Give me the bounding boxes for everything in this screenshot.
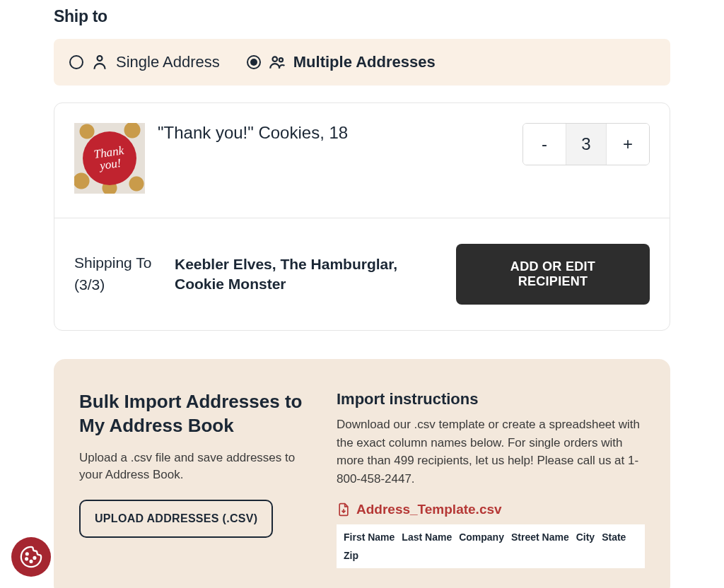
svg-point-5 [30,560,33,563]
shipping-row: Shipping To (3/3) Keebler Elves, The Ham… [54,218,670,330]
template-column: First Name [344,531,395,543]
person-icon [90,53,109,71]
address-type-selector: Single Address Multiple Addresses [54,39,670,86]
shipping-to-label: Shipping To [74,254,166,272]
template-column: Last Name [402,531,452,543]
product-row: Thank you! "Thank you!" Cookies, 18 - 3 … [54,103,670,218]
radio-icon [247,55,261,69]
product-thumbnail: Thank you! [74,123,145,194]
svg-point-6 [34,557,36,559]
radio-multiple-addresses[interactable]: Multiple Addresses [247,53,436,71]
quantity-value: 3 [566,124,607,165]
svg-point-3 [26,553,28,555]
template-download-link[interactable]: Address_Template.csv [337,502,645,517]
bulk-import-panel: Bulk Import Addresses to My Address Book… [54,359,670,588]
svg-point-1 [272,57,277,61]
svg-point-2 [279,58,283,61]
template-column: City [576,531,595,543]
radio-label: Multiple Addresses [293,53,436,71]
cookie-icon [19,545,43,569]
bulk-import-title: Bulk Import Addresses to My Address Book [79,390,320,438]
product-title: "Thank you!" Cookies, 18 [158,123,348,143]
recipient-names: Keebler Elves, The Hamburglar, Cookie Mo… [175,254,442,295]
bulk-import-description: Upload a .csv file and save addresses to… [79,449,320,484]
template-column: Street Name [511,531,569,543]
upload-addresses-button[interactable]: UPLOAD ADDRESSES (.CSV) [79,500,273,538]
people-icon [268,53,286,71]
page-title: Ship to [54,7,670,26]
template-column: Company [459,531,504,543]
quantity-decrease-button[interactable]: - [523,124,566,165]
svg-point-4 [25,558,28,560]
template-column: State [602,531,626,543]
template-column: Zip [344,550,358,561]
radio-icon [69,55,83,69]
quantity-stepper: - 3 + [522,123,650,165]
shipping-to-count: (3/3) [74,276,166,294]
template-columns: First NameLast NameCompanyStreet NameCit… [337,524,645,568]
template-file-name: Address_Template.csv [356,502,502,517]
download-file-icon [337,502,351,517]
import-instructions-title: Import instructions [337,390,645,408]
product-card: Thank you! "Thank you!" Cookies, 18 - 3 … [54,102,670,331]
svg-point-0 [98,56,103,61]
radio-label: Single Address [116,53,220,71]
cookie-consent-button[interactable] [11,537,51,577]
radio-single-address[interactable]: Single Address [69,53,220,71]
quantity-increase-button[interactable]: + [607,124,649,165]
import-instructions-body: Download our .csv template or create a s… [337,416,645,488]
add-edit-recipient-button[interactable]: ADD OR EDIT RECIPIENT [456,244,650,305]
